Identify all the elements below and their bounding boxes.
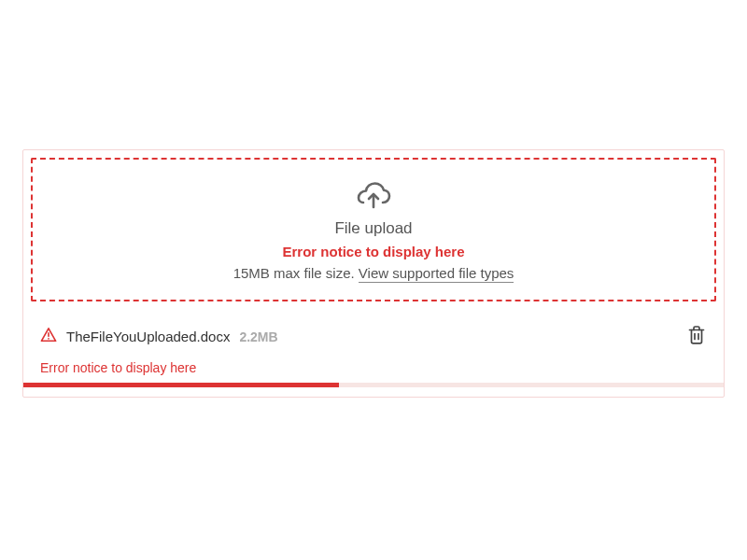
supported-file-types-link[interactable]: View supported file types xyxy=(359,265,514,283)
file-header: TheFileYouUploaded.docx 2.2MB xyxy=(40,324,707,349)
dropzone-hint: 15MB max file size. View supported file … xyxy=(51,265,696,281)
uploaded-file-row: TheFileYouUploaded.docx 2.2MB Error noti… xyxy=(23,309,724,375)
upload-progress-fill xyxy=(23,383,339,387)
hint-text: 15MB max file size. xyxy=(233,265,359,281)
dropzone-title: File upload xyxy=(51,219,696,238)
dropzone-error: Error notice to display here xyxy=(51,244,696,259)
upload-card: File upload Error notice to display here… xyxy=(22,149,725,398)
upload-cloud-icon xyxy=(51,182,696,212)
trash-icon xyxy=(688,326,705,347)
svg-point-1 xyxy=(48,337,49,339)
file-size: 2.2MB xyxy=(239,329,277,344)
warning-icon xyxy=(40,327,57,347)
delete-file-button[interactable] xyxy=(686,324,707,349)
upload-progress-bar xyxy=(23,383,724,387)
file-error-message: Error notice to display here xyxy=(40,360,707,375)
file-name: TheFileYouUploaded.docx xyxy=(66,329,230,344)
file-dropzone[interactable]: File upload Error notice to display here… xyxy=(31,158,716,301)
